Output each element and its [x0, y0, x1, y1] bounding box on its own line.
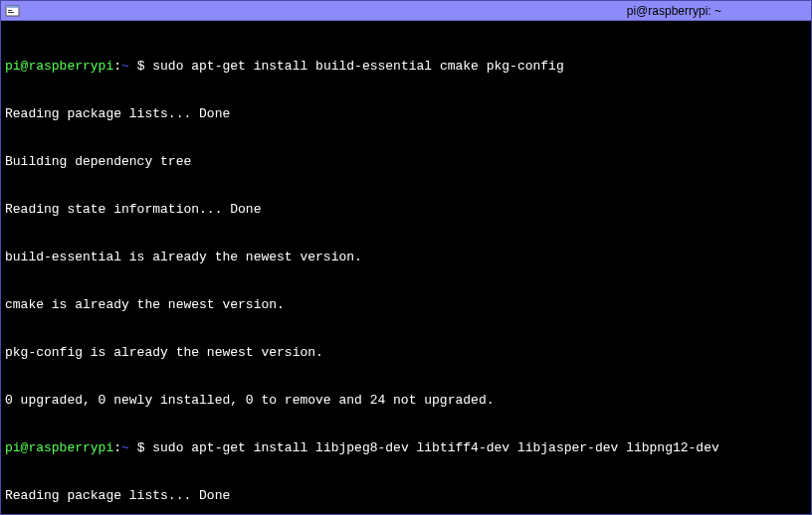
output-line: build-essential is already the newest ve…	[5, 250, 807, 265]
output-line: cmake is already the newest version.	[5, 297, 807, 313]
terminal-icon	[5, 3, 21, 19]
output-line: Building dependency tree	[5, 154, 807, 170]
output-line: Reading package lists... Done	[5, 488, 807, 504]
svg-rect-3	[8, 12, 14, 13]
command-text: sudo apt-get install build-essential cma…	[152, 59, 563, 74]
output-line: pkg-config is already the newest version…	[5, 345, 807, 361]
output-line: 0 upgraded, 0 newly installed, 0 to remo…	[5, 393, 807, 409]
prompt-symbol: $	[129, 440, 152, 455]
prompt-line: pi@raspberrypi:~ $ sudo apt-get install …	[5, 59, 807, 75]
output-line: Reading package lists... Done	[5, 106, 807, 122]
command-text: sudo apt-get install libjpeg8-dev libtif…	[152, 440, 719, 455]
titlebar[interactable]: pi@raspberrypi: ~	[1, 1, 811, 21]
window-title: pi@raspberrypi: ~	[627, 4, 721, 18]
prompt-sep: :	[113, 440, 121, 455]
prompt-sep: :	[113, 59, 121, 74]
prompt-path: ~	[121, 59, 129, 74]
svg-rect-2	[8, 10, 12, 11]
prompt-path: ~	[121, 440, 129, 455]
output-line: Reading state information... Done	[5, 202, 807, 218]
prompt-symbol: $	[129, 59, 152, 74]
prompt-line: pi@raspberrypi:~ $ sudo apt-get install …	[5, 440, 807, 456]
terminal-area[interactable]: pi@raspberrypi:~ $ sudo apt-get install …	[1, 21, 811, 515]
svg-rect-1	[6, 6, 19, 8]
prompt-userhost: pi@raspberrypi	[5, 440, 113, 455]
prompt-userhost: pi@raspberrypi	[5, 59, 113, 74]
